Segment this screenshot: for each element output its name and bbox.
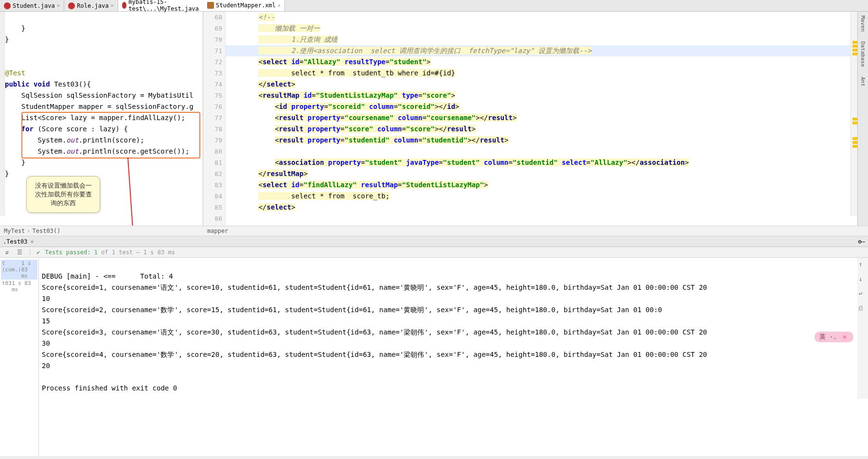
right-editor[interactable]: 68 69 70 71 72 73 74 75 76 77 78 79 80 8… <box>203 12 868 226</box>
ime-decoration: ·. 🌸 <box>830 333 849 340</box>
left-editor[interactable]: } } @Test public void Test03(){ SqlSessi… <box>0 12 203 226</box>
console-line: 20 <box>42 362 50 370</box>
close-icon[interactable]: × <box>278 2 281 9</box>
crumb[interactable]: Test03() <box>33 228 61 234</box>
code-text: Test03(){ <box>50 80 91 88</box>
console-exit-line: Process finished with exit code 0 <box>42 384 177 392</box>
callout-line: 没有设置懒加载会一 <box>34 181 93 190</box>
console-line: Score{scoreid=4, coursename='数学', score=… <box>42 351 707 358</box>
run-window-tabs: .Test03× ⚙ — <box>0 236 868 247</box>
node-time: 1 s 83 ms <box>21 260 36 279</box>
code-line: } <box>5 159 25 166</box>
crumb[interactable]: mapper <box>207 228 228 234</box>
warning-marker-icon[interactable] <box>852 137 857 140</box>
warning-marker-icon[interactable] <box>852 49 857 52</box>
console-line: Score{scoreid=1, coursename='语文', score=… <box>42 283 707 291</box>
java-file-icon <box>68 2 75 9</box>
console-line: 15 <box>42 317 50 325</box>
wrap-icon[interactable]: ↩ <box>859 290 867 298</box>
chevron-right-icon: › <box>27 228 30 234</box>
console-output[interactable]: DEBUG [main] - <== Total: 4 Score{scorei… <box>39 258 868 456</box>
node-label: t03 <box>2 280 12 293</box>
tree-node[interactable]: t031 s 83 ms <box>1 280 37 293</box>
code-line: } <box>5 24 25 32</box>
up-icon[interactable]: ↑ <box>859 261 867 268</box>
tab-label: Student.java <box>13 2 55 9</box>
warning-marker-icon[interactable] <box>852 118 857 121</box>
tab-mytest-java[interactable]: mybatis-15-test\...\MyTest.java× <box>118 0 211 11</box>
code-line: StudentMapper mapper = sqlSessionFactory… <box>5 103 194 110</box>
ime-label: 英 <box>819 333 826 340</box>
code-line: } <box>5 170 9 177</box>
right-gutter: 68 69 70 71 72 73 74 75 76 77 78 79 80 8… <box>203 12 226 226</box>
tab-label: mybatis-15-test\...\MyTest.java <box>128 0 201 12</box>
expand-icon[interactable]: ☰ <box>16 248 23 256</box>
xml-code-area[interactable]: <!-- 懒加载 一对一 1.只查询 成绩 2.使用<association s… <box>226 12 868 213</box>
tab-student-mapper-xml[interactable]: StudentMapper.xml× <box>203 0 285 11</box>
right-editor-tabs: StudentMapper.xml× <box>203 0 868 12</box>
warning-marker-icon[interactable] <box>852 145 857 148</box>
tab-label: StudentMapper.xml <box>216 2 276 9</box>
left-breadcrumb[interactable]: MyTest›Test03() <box>0 226 203 236</box>
tab-role-java[interactable]: Role.java× <box>64 0 118 11</box>
xml-file-icon <box>207 2 214 9</box>
warning-marker-icon[interactable] <box>852 41 857 44</box>
database-tool-button[interactable]: Database <box>860 41 866 67</box>
minimize-icon[interactable]: — <box>862 238 865 245</box>
code-line: SqlSession sqlSessionFactory = MybatisUt… <box>5 91 194 99</box>
close-icon[interactable]: × <box>31 238 34 245</box>
tab-student-java[interactable]: Student.java× <box>0 0 64 11</box>
gear-icon[interactable]: ⚙ <box>858 238 862 245</box>
ant-tool-button[interactable]: Ant <box>860 77 866 87</box>
code-line: } <box>5 35 9 43</box>
console-scrollbar[interactable] <box>0 456 868 459</box>
check-icon: ✔ <box>36 249 40 256</box>
java-code-area[interactable]: } } @Test public void Test03(){ SqlSessi… <box>5 12 203 191</box>
divider: | <box>28 249 32 256</box>
maven-tool-button[interactable]: Maven <box>860 16 866 32</box>
right-tool-buttons: Maven Database Ant <box>857 12 868 226</box>
console-side-toolbar: ↑ ↓ ↩ ⎙ <box>857 258 868 399</box>
right-error-stripe[interactable] <box>850 12 857 216</box>
java-file-icon <box>4 2 11 9</box>
console-line: DEBUG [main] - <== Total: 4 <box>42 272 173 280</box>
ime-indicator[interactable]: 英 ·. 🌸 <box>815 332 853 342</box>
warning-marker-icon[interactable] <box>852 141 857 144</box>
annotation: @Test <box>5 69 25 77</box>
test-summary-rest: of 1 test – 1 s 83 ms <box>98 249 175 256</box>
highlight-box <box>21 112 200 159</box>
down-icon[interactable]: ↓ <box>859 275 867 283</box>
right-breadcrumb[interactable]: mapper <box>203 226 868 236</box>
keyword: public void <box>5 80 50 88</box>
close-icon[interactable]: × <box>57 2 60 9</box>
test-tree[interactable]: t (com.)1 s 83 ms t031 s 83 ms <box>0 258 39 456</box>
tab-label: Role.java <box>77 2 108 9</box>
console-line: 30 <box>42 339 50 347</box>
close-icon[interactable]: × <box>110 2 114 9</box>
callout-line: 次性加载所有你要查 <box>34 190 93 199</box>
left-editor-tabs: Student.java× Role.java× mybatis-15-test… <box>0 0 203 12</box>
java-file-icon <box>122 2 126 9</box>
node-time: 1 s 83 ms <box>12 280 36 293</box>
warning-marker-icon[interactable] <box>852 53 857 55</box>
test-toolbar: ⇵ ☰ | ✔ Tests passed: 1 of 1 test – 1 s … <box>0 247 868 258</box>
warning-marker-icon[interactable] <box>852 122 857 124</box>
console-line: Score{scoreid=2, coursename='数学', score=… <box>42 306 662 314</box>
svg-line-0 <box>128 158 134 226</box>
print-icon[interactable]: ⎙ <box>859 304 867 312</box>
crumb[interactable]: MyTest <box>4 228 25 234</box>
callout-note: 没有设置懒加载会一 次性加载所有你要查 询的东西 <box>26 176 100 213</box>
tree-node[interactable]: t (com.)1 s 83 ms <box>1 260 37 280</box>
node-label: t (com.) <box>2 260 21 279</box>
left-gutter <box>0 12 5 216</box>
console-line: 10 <box>42 295 50 302</box>
callout-line: 询的东西 <box>34 199 93 208</box>
run-config-tab[interactable]: .Test03 <box>3 238 28 245</box>
collapse-icon[interactable]: ⇵ <box>3 248 11 256</box>
arrow-icon <box>124 158 139 226</box>
warning-marker-icon[interactable] <box>852 45 857 48</box>
console-line: Score{scoreid=3, coursename='语文', score=… <box>42 328 707 336</box>
test-summary: Tests passed: 1 <box>45 249 97 256</box>
